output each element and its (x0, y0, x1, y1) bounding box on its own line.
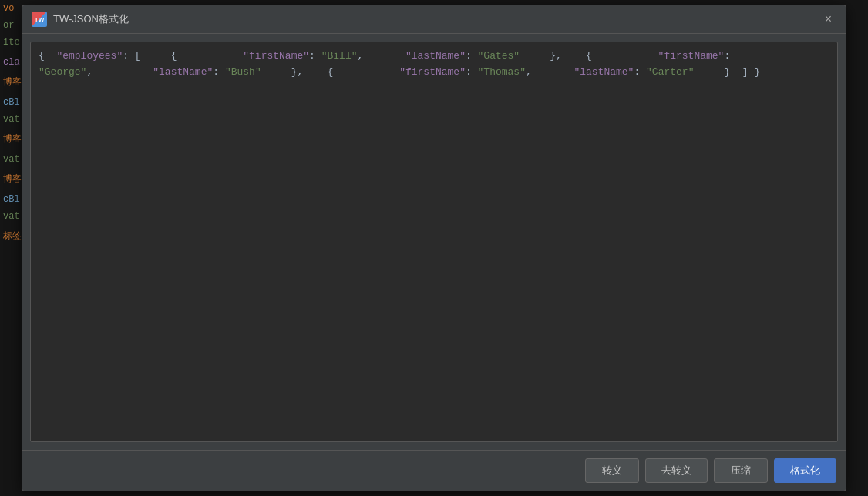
dialog-titlebar: TW TW-JSON格式化 × (22, 5, 846, 34)
dialog-title: TW-JSON格式化 (53, 12, 129, 26)
unescape-button[interactable]: 去转义 (645, 458, 708, 483)
dialog-body: { "employees": [ { "firstName": "Bill", … (22, 34, 846, 450)
dialog-footer: 转义 去转义 压缩 格式化 (22, 450, 846, 491)
compress-button[interactable]: 压缩 (714, 458, 768, 483)
json-content-display: { "employees": [ { "firstName": "Bill", … (39, 49, 829, 81)
close-button[interactable]: × (820, 12, 836, 27)
title-left: TW TW-JSON格式化 (32, 12, 129, 27)
tw-logo: TW (32, 12, 47, 27)
app-icon: TW (32, 12, 47, 27)
escape-button[interactable]: 转义 (585, 458, 639, 483)
json-format-dialog: TW TW-JSON格式化 × { "employees": [ { "firs… (22, 5, 846, 491)
format-button[interactable]: 格式化 (774, 458, 836, 483)
json-editor-area[interactable]: { "employees": [ { "firstName": "Bill", … (30, 42, 838, 442)
